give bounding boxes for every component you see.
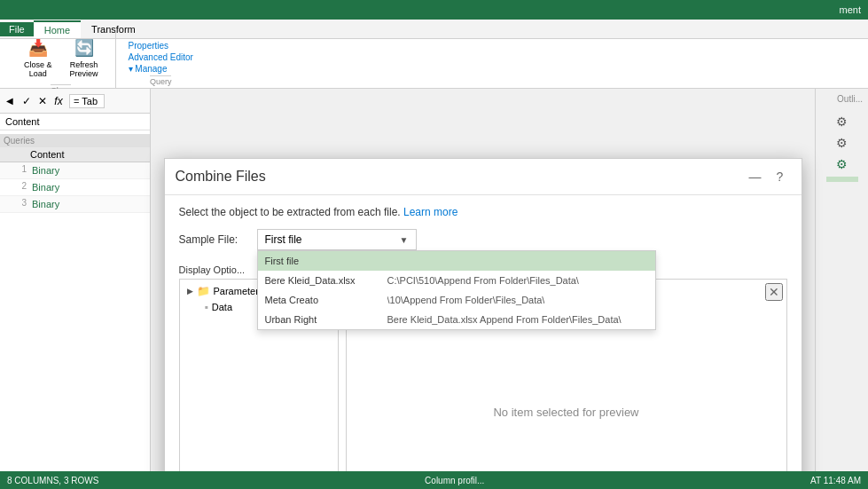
gear-icon-1[interactable]: ⚙ [833, 113, 851, 130]
folder-icon: 📁 [197, 285, 210, 297]
dropdown-arrow-icon: ▼ [400, 235, 409, 245]
cross-icon[interactable]: ✕ [35, 94, 50, 108]
preview-close-button[interactable]: ✕ [765, 283, 783, 301]
row-value-1: Binary [30, 164, 146, 177]
formula-bar-icons: ✓ ✕ fx [20, 94, 66, 108]
refresh-preview-button[interactable]: 🔄 RefreshPreview [62, 33, 106, 83]
close-load-label: Close &Load [24, 60, 52, 78]
dialog-subtitle: Select the object to be extracted from e… [179, 206, 787, 218]
manage-label: ▾ Manage [129, 64, 193, 74]
ribbon-close-section: 📥 Close &Load 🔄 RefreshPreview Close [7, 31, 116, 97]
right-panel-active-section [826, 177, 858, 182]
table-row: 1 Binary [0, 162, 150, 179]
outliner-label: Outli... [837, 94, 863, 104]
gear-icon-3[interactable]: ⚙ [833, 155, 851, 173]
dialog-minimize-button[interactable]: — [745, 166, 766, 187]
dialog-help-button[interactable]: ? [770, 166, 791, 187]
dialog-titlebar: Combine Files — ? [165, 159, 802, 195]
ribbon-close-group: 📥 Close &Load 🔄 RefreshPreview [12, 33, 110, 83]
right-panel: Outli... ⚙ ⚙ ⚙ [815, 89, 868, 471]
dialog-controls: — ? [745, 166, 791, 187]
dropdown-menu: First file Bere Kleid_Data.xlsx C:\PCI\5… [257, 250, 656, 330]
sample-file-row: Sample File: First file ▼ First file [179, 229, 787, 250]
sample-file-dropdown[interactable]: First file ▼ First file Bere Kleid_Data.… [257, 229, 417, 250]
table-header: Content [0, 147, 150, 162]
row-num-3: 3 [4, 198, 30, 210]
table-row: 2 Binary [0, 179, 150, 196]
status-bar: 8 COLUMNS, 3 ROWS Column profil... AT 11… [0, 471, 868, 489]
sample-file-label: Sample File: [179, 233, 250, 246]
app-title-bar: ment [840, 4, 861, 15]
fx-icon: fx [51, 94, 66, 108]
col-num-header [4, 149, 30, 160]
option-path-1: C:\PCI\510\Append From Folder\Files_Data… [387, 275, 579, 286]
option-path-3: Bere Kleid_Data.xlsx Append From Folder\… [387, 314, 622, 325]
option-name-2: Meta Creato [265, 295, 380, 305]
query-group-label: Query [150, 75, 172, 86]
dropdown-option-urban-right[interactable]: Urban Right Bere Kleid_Data.xlsx Append … [258, 310, 655, 329]
main-layout: ◀ ✓ ✕ fx = Tab Content Queries Content 1… [0, 89, 868, 471]
data-icon: ▪ [205, 301, 208, 313]
advanced-editor-label: Advanced Editor [129, 52, 193, 62]
ribbon-tabs: File Home Transform [0, 20, 868, 39]
close-load-icon: 📥 [27, 37, 49, 59]
option-name-3: Urban Right [265, 314, 380, 325]
learn-more-link[interactable]: Learn more [403, 206, 457, 218]
col-content-header: Content [30, 149, 146, 160]
time-info: AT 11:48 AM [810, 476, 861, 485]
ribbon-top: ment [0, 0, 868, 20]
formula-name: = Tab [69, 94, 105, 108]
row-num-1: 1 [4, 164, 30, 177]
dropdown-option-first-file[interactable]: First file [258, 251, 655, 271]
ribbon-query-section: Properties Advanced Editor ▾ Manage Quer… [123, 39, 199, 88]
dropdown-option-meta-create[interactable]: Meta Creato \10\Append From Folder\Files… [258, 290, 655, 310]
dropdown-selected[interactable]: First file ▼ [257, 229, 417, 250]
option-name-0: First file [265, 256, 380, 266]
preview-message: No item selected for preview [493, 406, 638, 419]
queries-section-label: Queries [4, 136, 35, 146]
tree-expand-icon: ▶ [187, 287, 193, 296]
table-header-row: Content [0, 114, 150, 130]
row-value-2: Binary [30, 181, 146, 193]
properties-label: Properties [129, 41, 193, 51]
refresh-label: RefreshPreview [70, 60, 98, 78]
close-load-button[interactable]: 📥 Close &Load [16, 33, 60, 83]
gear-icons: ⚙ ⚙ ⚙ [833, 113, 851, 173]
option-name-1: Bere Kleid_Data.xlsx [265, 275, 380, 286]
refresh-icon: 🔄 [74, 37, 95, 59]
option-path-2: \10\Append From Folder\Files_Data\ [387, 295, 545, 305]
row-value-3: Binary [30, 198, 146, 210]
tree-child-label: Data [212, 302, 232, 312]
table-row: 3 Binary [0, 196, 150, 213]
dialog-body: Select the object to be extracted from e… [165, 195, 802, 471]
column-header-content: Content [5, 116, 40, 127]
selected-option-text: First file [265, 233, 302, 246]
subtitle-text: Select the object to be extracted from e… [179, 206, 401, 218]
queries-panel: Queries Content 1 Binary 2 Binary 3 Bina… [0, 130, 150, 471]
expand-left-icon[interactable]: ◀ [4, 95, 16, 107]
row-num-2: 2 [4, 181, 30, 193]
checkmark-icon[interactable]: ✓ [20, 94, 34, 108]
dialog-title: Combine Files [176, 169, 266, 185]
ribbon-content: 📥 Close &Load 🔄 RefreshPreview Close Pro… [0, 39, 868, 89]
dropdown-option-bere-kleid[interactable]: Bere Kleid_Data.xlsx C:\PCI\510\Append F… [258, 271, 655, 290]
right-panel-top: Outli... [819, 92, 864, 106]
dialog-overlay: Combine Files — ? Select the object to b… [151, 158, 815, 445]
columns-rows-info: 8 COLUMNS, 3 ROWS [7, 476, 98, 485]
gear-icon-2[interactable]: ⚙ [833, 134, 851, 152]
formula-bar: ◀ ✓ ✕ fx = Tab [0, 89, 150, 114]
column-profiling-info: Column profil... [425, 476, 484, 485]
combine-files-dialog: Combine Files — ? Select the object to b… [164, 158, 802, 471]
left-panel: ◀ ✓ ✕ fx = Tab Content Queries Content 1… [0, 89, 151, 471]
